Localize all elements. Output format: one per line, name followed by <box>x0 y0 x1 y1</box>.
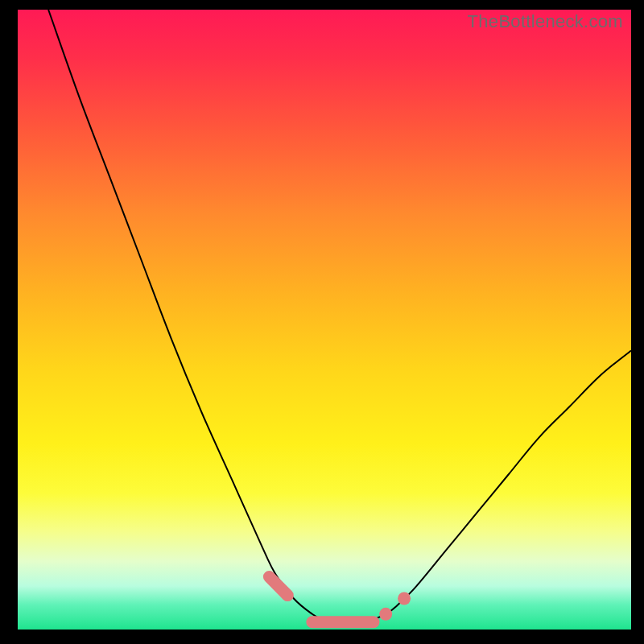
right-dot-1 <box>379 608 392 621</box>
left-marker <box>269 577 287 596</box>
markers-group <box>269 577 411 622</box>
chart-frame: TheBottleneck.com <box>0 0 644 644</box>
bottleneck-curve <box>48 10 631 624</box>
chart-svg <box>18 10 631 630</box>
plot-area: TheBottleneck.com <box>18 10 631 630</box>
right-dot-2 <box>398 592 411 605</box>
